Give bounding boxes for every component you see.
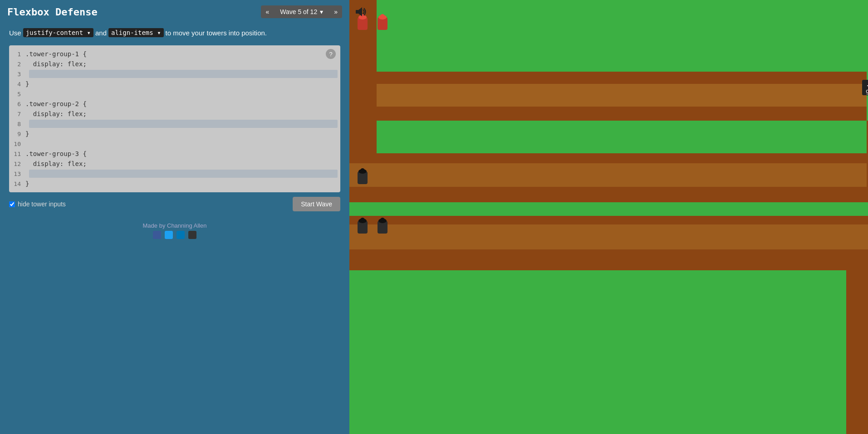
path-h-middle-highlight xyxy=(349,163,867,187)
instructions-suffix: to move your towers into position. xyxy=(166,29,267,37)
svg-rect-0 xyxy=(356,10,358,14)
code-line-12: 12 display: flex; xyxy=(9,159,340,169)
svg-marker-1 xyxy=(358,7,362,16)
svg-point-9 xyxy=(380,14,385,19)
line-num-1: 1 xyxy=(9,51,25,58)
code-text-14: } xyxy=(25,180,29,187)
tower-group-3 xyxy=(354,216,391,236)
code-text-12: display: flex; xyxy=(25,160,87,167)
made-by-text: Made by Channing Allen xyxy=(143,222,207,229)
line-num-13: 13 xyxy=(9,171,25,177)
made-by: Made by Channing Allen xyxy=(0,222,349,239)
code-text-11: .tower-group-3 { xyxy=(25,150,87,157)
code-input-area-3 xyxy=(25,70,340,78)
code-line-4: 4 } xyxy=(9,79,340,89)
code-line-8: 8 xyxy=(9,119,340,129)
wave-label-button[interactable]: Wave 5 of 12 ▾ xyxy=(274,5,329,18)
twitter-icon[interactable] xyxy=(165,231,173,239)
code-text-7: display: flex; xyxy=(25,110,87,117)
line-num-10: 10 xyxy=(9,141,25,147)
path-h-bottom-highlight xyxy=(349,224,868,249)
instructions-prefix: Use xyxy=(9,29,21,37)
hide-checkbox-area: hide tower inputs xyxy=(9,200,66,208)
line-num-8: 8 xyxy=(9,121,25,127)
code-input-area-13 xyxy=(25,170,340,178)
instructions-middle: and xyxy=(95,29,107,37)
editor-footer: hide tower inputs Start Wave xyxy=(0,192,349,215)
line-num-5: 5 xyxy=(9,91,25,98)
hide-inputs-label: hide tower inputs xyxy=(18,200,66,208)
line-num-9: 9 xyxy=(9,131,25,137)
code-input-area-8 xyxy=(25,120,340,128)
code-line-14: 14 } xyxy=(9,179,340,189)
code-line-9: 9 } xyxy=(9,129,340,139)
justify-content-badge[interactable]: justify-content ▾ xyxy=(23,28,93,37)
line-num-3: 3 xyxy=(9,71,25,78)
tower-black-2 xyxy=(354,216,371,236)
svg-point-13 xyxy=(360,168,365,173)
wave-dropdown-arrow: ▾ xyxy=(320,8,323,15)
sound-button[interactable] xyxy=(355,5,368,20)
wave-label-text: Wave 5 of 12 xyxy=(280,8,317,15)
code-editor: ? 1 .tower-group-1 { 2 display: flex; 3 … xyxy=(9,45,340,192)
start-wave-button[interactable]: Start Wave xyxy=(293,197,340,211)
header: Flexbox Defense « Wave 5 of 12 ▾ » xyxy=(0,0,349,24)
line-num-4: 4 xyxy=(9,81,25,88)
tower-group-2 xyxy=(354,167,371,187)
wave-nav: « Wave 5 of 12 ▾ » xyxy=(261,5,342,18)
code-line-5: 5 xyxy=(9,89,340,99)
code-text-2: display: flex; xyxy=(25,60,87,68)
sound-icon xyxy=(355,5,368,18)
code-text-6: .tower-group-2 { xyxy=(25,100,87,107)
left-panel: Flexbox Defense « Wave 5 of 12 ▾ » Use j… xyxy=(0,0,349,434)
svg-point-21 xyxy=(380,218,385,222)
code-line-1: 1 .tower-group-1 { xyxy=(9,49,340,59)
line-num-2: 2 xyxy=(9,61,25,68)
code-line-11: 11 .tower-group-3 { xyxy=(9,149,340,159)
tower-black-1 xyxy=(354,167,371,187)
tower-red-2 xyxy=(374,13,391,33)
code-text-4: } xyxy=(25,80,29,88)
line-num-7: 7 xyxy=(9,111,25,117)
code-input-8[interactable] xyxy=(29,120,338,128)
linkedin-icon[interactable] xyxy=(177,231,185,239)
app-title: Flexbox Defense xyxy=(7,6,261,18)
tower-group-1-label: .tower-group-1 xyxy=(862,80,868,95)
svg-point-17 xyxy=(360,218,365,222)
path-h-top-highlight xyxy=(349,84,867,107)
code-line-10: 10 xyxy=(9,139,340,149)
code-line-3: 3 xyxy=(9,69,340,79)
code-input-3[interactable] xyxy=(29,70,338,78)
wave-next-button[interactable]: » xyxy=(329,5,342,18)
code-line-13: 13 xyxy=(9,169,340,179)
code-line-2: 2 display: flex; xyxy=(9,59,340,69)
line-num-12: 12 xyxy=(9,161,25,167)
github-icon[interactable] xyxy=(188,231,196,239)
facebook-icon[interactable] xyxy=(153,231,161,239)
green-gap-1 xyxy=(349,202,868,216)
align-items-badge[interactable]: align-items ▾ xyxy=(108,28,164,37)
code-text-9: } xyxy=(25,130,29,137)
wave-prev-button[interactable]: « xyxy=(261,5,274,18)
code-text-1: .tower-group-1 { xyxy=(25,50,87,58)
game-panel: .tower-group-1 xyxy=(349,0,868,434)
line-num-11: 11 xyxy=(9,151,25,157)
help-button[interactable]: ? xyxy=(326,49,336,59)
hide-inputs-checkbox[interactable] xyxy=(9,201,15,207)
code-line-7: 7 display: flex; xyxy=(9,109,340,119)
tower-black-3 xyxy=(374,216,391,236)
line-num-6: 6 xyxy=(9,101,25,107)
code-line-6: 6 .tower-group-2 { xyxy=(9,99,340,109)
path-bottom-turn xyxy=(846,270,868,434)
instructions: Use justify-content ▾ and align-items ▾ … xyxy=(0,24,349,42)
social-icons xyxy=(0,231,349,239)
code-input-13[interactable] xyxy=(29,170,338,178)
line-num-14: 14 xyxy=(9,180,25,187)
